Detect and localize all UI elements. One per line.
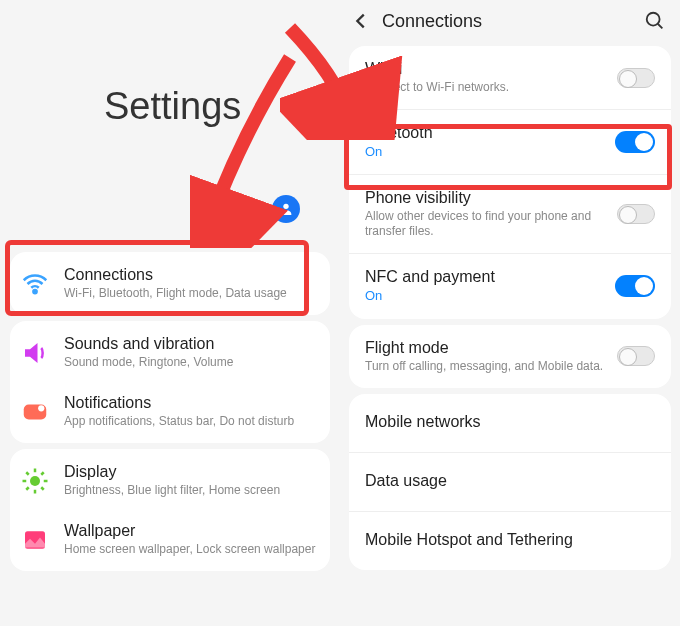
display-icon — [20, 466, 50, 496]
conn-item-sub: On — [365, 288, 605, 304]
settings-item-notifications[interactable]: Notifications App notifications, Status … — [10, 382, 330, 441]
wifi-icon — [20, 269, 50, 299]
svg-point-0 — [235, 201, 248, 214]
svg-line-1 — [246, 212, 251, 217]
page-header: Connections — [340, 0, 680, 40]
conn-item-wifi[interactable]: Wi-Fi Connect to Wi-Fi networks. — [349, 46, 671, 109]
settings-item-title: Display — [64, 463, 316, 483]
conn-item-sub: Allow other devices to find your phone a… — [365, 209, 607, 239]
conn-item-sub: Turn off calling, messaging, and Mobile … — [365, 359, 607, 374]
conn-item-title: Data usage — [365, 472, 447, 492]
toggle-switch[interactable] — [615, 275, 655, 297]
conn-item-hotspot[interactable]: Mobile Hotspot and Tethering — [349, 511, 671, 570]
svg-point-6 — [30, 476, 40, 486]
speaker-icon — [20, 338, 50, 368]
settings-item-title: Connections — [64, 266, 316, 286]
svg-point-2 — [283, 204, 288, 209]
settings-card: Sounds and vibration Sound mode, Rington… — [10, 321, 330, 443]
page-title: Settings — [104, 85, 241, 128]
profile-avatar[interactable] — [272, 195, 300, 223]
conn-item-bluetooth[interactable]: Bluetooth On — [349, 109, 671, 174]
conn-item-title: Bluetooth — [365, 124, 605, 144]
settings-item-sounds[interactable]: Sounds and vibration Sound mode, Rington… — [10, 323, 330, 382]
settings-item-sub: Home screen wallpaper, Lock screen wallp… — [64, 542, 316, 557]
settings-item-connections[interactable]: Connections Wi-Fi, Bluetooth, Flight mod… — [10, 254, 330, 313]
conn-item-sub: On — [365, 144, 605, 160]
connections-group: Mobile networks Data usage Mobile Hotspo… — [349, 394, 671, 570]
svg-line-14 — [41, 472, 44, 475]
conn-item-title: Mobile networks — [365, 413, 481, 433]
conn-item-title: Mobile Hotspot and Tethering — [365, 531, 573, 551]
settings-item-sub: Wi-Fi, Bluetooth, Flight mode, Data usag… — [64, 286, 316, 301]
wallpaper-icon — [20, 525, 50, 555]
conn-item-title: Wi-Fi — [365, 60, 607, 80]
settings-card: Connections Wi-Fi, Bluetooth, Flight mod… — [10, 252, 330, 315]
svg-line-12 — [41, 487, 44, 490]
settings-item-text: Wallpaper Home screen wallpaper, Lock sc… — [64, 522, 316, 557]
settings-item-title: Notifications — [64, 394, 316, 414]
toggle-switch[interactable] — [615, 131, 655, 153]
conn-item-mobile-networks[interactable]: Mobile networks — [349, 394, 671, 452]
settings-item-title: Wallpaper — [64, 522, 316, 542]
toggle-switch[interactable] — [617, 204, 655, 224]
svg-point-5 — [38, 405, 44, 411]
connections-screen: Connections Wi-Fi Connect to Wi-Fi netwo… — [340, 0, 680, 626]
connections-group: Flight mode Turn off calling, messaging,… — [349, 325, 671, 388]
conn-item-phone-visibility[interactable]: Phone visibility Allow other devices to … — [349, 174, 671, 253]
connections-group: Wi-Fi Connect to Wi-Fi networks. Bluetoo… — [349, 46, 671, 319]
conn-item-title: Flight mode — [365, 339, 607, 359]
conn-item-data-usage[interactable]: Data usage — [349, 452, 671, 511]
conn-item-flight-mode[interactable]: Flight mode Turn off calling, messaging,… — [349, 325, 671, 388]
svg-line-11 — [26, 472, 29, 475]
conn-item-title: NFC and payment — [365, 268, 605, 288]
toggle-switch[interactable] — [617, 346, 655, 366]
search-icon[interactable] — [232, 198, 254, 220]
svg-line-13 — [26, 487, 29, 490]
settings-list: Connections Wi-Fi, Bluetooth, Flight mod… — [0, 246, 340, 577]
svg-point-3 — [33, 289, 36, 292]
settings-item-text: Display Brightness, Blue light filter, H… — [64, 463, 316, 498]
conn-item-nfc[interactable]: NFC and payment On — [349, 253, 671, 318]
toggle-switch[interactable] — [617, 68, 655, 88]
settings-item-sub: Sound mode, Ringtone, Volume — [64, 355, 316, 370]
settings-item-text: Sounds and vibration Sound mode, Rington… — [64, 335, 316, 370]
settings-item-text: Notifications App notifications, Status … — [64, 394, 316, 429]
svg-line-17 — [658, 24, 663, 29]
settings-card: Display Brightness, Blue light filter, H… — [10, 449, 330, 571]
svg-point-16 — [647, 13, 660, 26]
settings-screen: Settings Connections Wi-Fi, Bluetooth, F… — [0, 0, 340, 626]
settings-item-wallpaper[interactable]: Wallpaper Home screen wallpaper, Lock sc… — [10, 510, 330, 569]
settings-item-sub: App notifications, Status bar, Do not di… — [64, 414, 316, 429]
conn-item-sub: Connect to Wi-Fi networks. — [365, 80, 607, 95]
settings-item-text: Connections Wi-Fi, Bluetooth, Flight mod… — [64, 266, 316, 301]
search-icon[interactable] — [644, 10, 666, 32]
settings-item-title: Sounds and vibration — [64, 335, 316, 355]
notifications-icon — [20, 397, 50, 427]
conn-item-title: Phone visibility — [365, 189, 607, 209]
header-actions — [232, 195, 300, 223]
page-title: Connections — [382, 11, 634, 32]
back-icon[interactable] — [350, 10, 372, 32]
settings-item-display[interactable]: Display Brightness, Blue light filter, H… — [10, 451, 330, 510]
settings-item-sub: Brightness, Blue light filter, Home scre… — [64, 483, 316, 498]
